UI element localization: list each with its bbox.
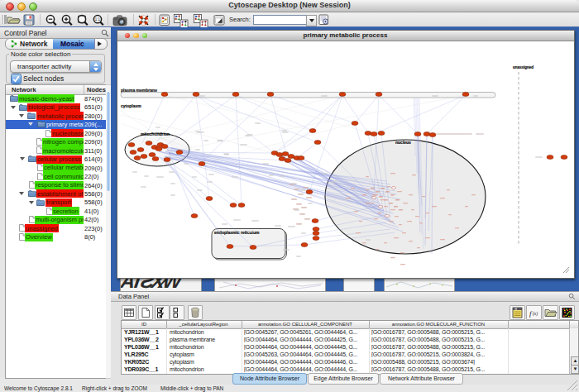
svg-text:cytoplasm: cytoplasm [121,103,141,108]
svg-text:nucleus: nucleus [395,140,411,145]
svg-text:unassigned: unassigned [513,65,534,69]
svg-text:plasma membrane: plasma membrane [121,88,157,93]
svg-text:1:1: 1:1 [95,17,101,22]
svg-text:(x): (x) [533,311,538,317]
